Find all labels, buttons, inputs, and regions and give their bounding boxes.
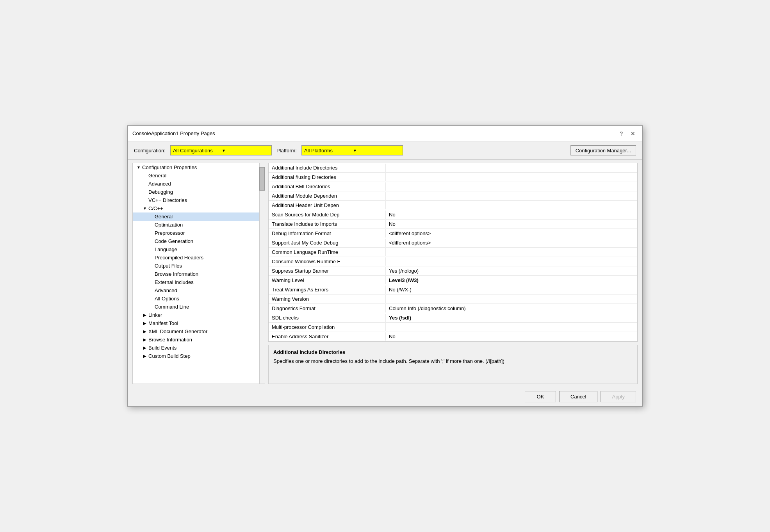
tree-item-label: Build Events xyxy=(148,345,176,351)
table-row[interactable]: Treat Warnings As ErrorsNo (/WX-) xyxy=(269,285,637,295)
prop-value-cell: <different options> xyxy=(386,239,637,247)
tree-item-language[interactable]: Language xyxy=(133,245,265,254)
table-row[interactable]: Additional Module Dependen xyxy=(269,191,637,201)
help-button[interactable]: ? xyxy=(617,130,625,137)
tree-item-label: Browse Information xyxy=(155,271,198,277)
table-row[interactable]: Translate Includes to ImportsNo xyxy=(269,220,637,229)
table-row[interactable]: Additional Include Directories xyxy=(269,163,637,173)
tree-item-command-line[interactable]: Command Line xyxy=(133,303,265,311)
tree-item-manifest-tool[interactable]: ▶Manifest Tool xyxy=(133,319,265,327)
description-title: Additional Include Directories xyxy=(273,349,633,355)
table-row[interactable]: Warning LevelLevel3 (/W3) xyxy=(269,276,637,285)
tree-item-advanced[interactable]: Advanced xyxy=(133,180,265,188)
table-row[interactable]: Scan Sources for Module DepNo xyxy=(269,210,637,220)
prop-value-cell xyxy=(386,186,637,188)
right-panel: Additional Include DirectoriesAdditional… xyxy=(268,163,638,384)
tree-item-preprocessor[interactable]: Preprocessor xyxy=(133,229,265,237)
tree-item-xml-doc-gen[interactable]: ▶XML Document Generator xyxy=(133,327,265,336)
tree-item-advanced2[interactable]: Advanced xyxy=(133,286,265,295)
prop-name-cell: Suppress Startup Banner xyxy=(269,267,386,275)
tree-item-general[interactable]: General xyxy=(133,171,265,180)
tree-item-label: Browse Information xyxy=(148,337,192,343)
platform-label: Platform: xyxy=(276,148,297,154)
tree-toggle-icon: ▶ xyxy=(142,313,148,317)
config-dropdown[interactable]: All Configurations ▼ xyxy=(170,145,272,155)
tree-item-vc-dirs[interactable]: VC++ Directories xyxy=(133,196,265,204)
config-manager-button[interactable]: Configuration Manager... xyxy=(570,145,636,155)
prop-name-cell: Multi-processor Compilation xyxy=(269,323,386,331)
tree-item-label: XML Document Generator xyxy=(148,328,207,334)
prop-name-cell: Additional Include Directories xyxy=(269,164,386,172)
apply-button[interactable]: Apply xyxy=(601,391,636,402)
tree-item-label: C/C++ xyxy=(148,205,163,211)
tree-container: ▼Configuration PropertiesGeneralAdvanced… xyxy=(133,163,265,360)
tree-item-precomp-headers[interactable]: Precompiled Headers xyxy=(133,254,265,262)
tree-item-browse-info[interactable]: Browse Information xyxy=(133,270,265,278)
table-row[interactable]: Multi-processor Compilation xyxy=(269,323,637,332)
description-panel: Additional Include Directories Specifies… xyxy=(268,345,638,384)
tree-item-label: General xyxy=(155,214,173,220)
prop-name-cell: Additional Module Dependen xyxy=(269,192,386,200)
close-button[interactable]: ✕ xyxy=(628,130,638,137)
tree-item-custom-build[interactable]: ▶Custom Build Step xyxy=(133,352,265,360)
prop-value-cell xyxy=(386,261,637,263)
prop-name-cell: Warning Version xyxy=(269,295,386,303)
tree-toggle-icon: ▼ xyxy=(142,206,148,211)
table-row[interactable]: Suppress Startup BannerYes (/nologo) xyxy=(269,266,637,276)
tree-toggle-icon: ▶ xyxy=(142,337,148,342)
title-bar: ConsoleApplication1 Property Pages ? ✕ xyxy=(128,126,642,141)
footer: OK Cancel Apply xyxy=(128,387,642,406)
cancel-button[interactable]: Cancel xyxy=(559,391,597,402)
table-row[interactable]: Consume Windows Runtime E xyxy=(269,257,637,266)
prop-value-cell: No (/WX-) xyxy=(386,286,637,294)
tree-item-cpp-general[interactable]: General xyxy=(133,212,265,221)
tree-item-label: Optimization xyxy=(155,222,183,228)
tree-item-label: Advanced xyxy=(148,181,171,187)
ok-button[interactable]: OK xyxy=(525,391,556,402)
table-row[interactable]: Support Just My Code Debug<different opt… xyxy=(269,238,637,248)
prop-name-cell: Consume Windows Runtime E xyxy=(269,257,386,266)
tree-item-label: Precompiled Headers xyxy=(155,255,203,261)
table-row[interactable]: Common Language RunTime xyxy=(269,248,637,257)
tree-item-build-events[interactable]: ▶Build Events xyxy=(133,344,265,352)
prop-value-cell xyxy=(386,176,637,179)
tree-item-label: Debugging xyxy=(148,189,173,195)
table-row[interactable]: Additional #using Directories xyxy=(269,173,637,182)
tree-toggle-icon: ▼ xyxy=(136,165,141,170)
tree-item-label: Command Line xyxy=(155,304,189,310)
platform-dropdown[interactable]: All Platforms ▼ xyxy=(301,145,403,155)
scrollbar-thumb[interactable] xyxy=(259,167,265,191)
scrollbar-track[interactable] xyxy=(259,163,265,384)
prop-name-cell: Warning Level xyxy=(269,276,386,284)
title-bar-controls: ? ✕ xyxy=(617,130,638,137)
prop-value-cell: Yes (/sdl) xyxy=(386,314,637,322)
tree-item-config-props[interactable]: ▼Configuration Properties xyxy=(133,163,265,171)
table-row[interactable]: Additional BMI Directories xyxy=(269,182,637,191)
dialog-title: ConsoleApplication1 Property Pages xyxy=(132,130,215,136)
table-row[interactable]: Debug Information Format<different optio… xyxy=(269,229,637,238)
table-row[interactable]: Warning Version xyxy=(269,295,637,304)
tree-item-external-includes[interactable]: External Includes xyxy=(133,278,265,286)
prop-value-cell xyxy=(386,251,637,254)
table-row[interactable]: Enable Address SanitizerNo xyxy=(269,332,637,341)
prop-name-cell: Diagnostics Format xyxy=(269,304,386,312)
tree-item-output-files[interactable]: Output Files xyxy=(133,262,265,270)
tree-item-debugging[interactable]: Debugging xyxy=(133,188,265,196)
tree-item-browse-info2[interactable]: ▶Browse Information xyxy=(133,336,265,344)
table-row[interactable]: Diagnostics FormatColumn Info (/diagnost… xyxy=(269,304,637,313)
tree-toggle-icon: ▶ xyxy=(142,354,148,358)
tree-item-linker[interactable]: ▶Linker xyxy=(133,311,265,319)
prop-name-cell: Additional BMI Directories xyxy=(269,182,386,191)
table-row[interactable]: SDL checksYes (/sdl) xyxy=(269,313,637,323)
tree-toggle-icon: ▶ xyxy=(142,346,148,350)
tree-item-label: Custom Build Step xyxy=(148,353,191,359)
tree-item-code-gen[interactable]: Code Generation xyxy=(133,237,265,245)
tree-item-optimization[interactable]: Optimization xyxy=(133,221,265,229)
properties-table: Additional Include DirectoriesAdditional… xyxy=(268,163,638,342)
tree-item-label: Output Files xyxy=(155,263,182,269)
tree-item-all-options[interactable]: All Options xyxy=(133,295,265,303)
table-row[interactable]: Additional Header Unit Depen xyxy=(269,201,637,210)
tree-item-label: Linker xyxy=(148,312,162,318)
prop-value-cell: No xyxy=(386,332,637,341)
tree-item-cpp[interactable]: ▼C/C++ xyxy=(133,204,265,212)
